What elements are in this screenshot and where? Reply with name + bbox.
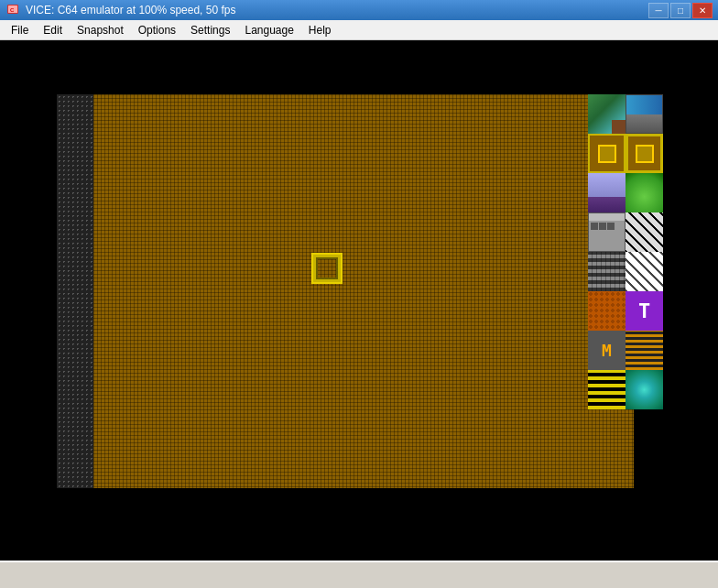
white-pattern-icon [626,212,663,252]
gray-block-icon [588,212,626,252]
menu-help[interactable]: Help [301,21,339,39]
icon-row-1 [588,94,663,134]
maximize-button[interactable]: □ [670,3,691,18]
svg-text:C: C [10,7,15,13]
app-icon: C [5,3,20,17]
yellow-stripe-icon [588,370,626,409]
title-text: VICE: C64 emulator at 100% speed, 50 fps [26,4,235,16]
purple-icon [588,173,626,212]
emulator-screen: T M [29,67,689,534]
pixel-grid [93,94,634,488]
m-icon: M [588,331,626,370]
terrain-icon-2 [626,94,663,134]
selected-icon-right [626,134,663,173]
orange-icon [588,291,626,331]
menu-options[interactable]: Options [131,21,183,39]
menu-bar: File Edit Snapshot Options Settings Lang… [0,20,718,40]
menu-language[interactable]: Language [237,21,300,39]
diagonal-icon [626,252,663,291]
menu-snapshot[interactable]: Snapshot [70,21,131,39]
menu-file[interactable]: File [4,21,36,39]
icon-row-6: T [588,291,663,331]
minimize-button[interactable]: ─ [648,3,669,18]
left-border [57,94,93,488]
close-button[interactable]: ✕ [692,3,713,18]
green-blob-icon [626,173,663,212]
game-canvas [93,94,634,488]
purple-t-icon: T [626,291,663,331]
icon-row-2 [588,134,663,173]
title-left: C VICE: C64 emulator at 100% speed, 50 f… [5,3,235,17]
selection-marker [313,255,341,282]
dark-stripe-icon [588,252,626,291]
icon-row-4 [588,212,663,252]
teal-icon [626,370,663,409]
icon-row-7: M [588,331,663,370]
terrain-icon-1 [588,94,626,134]
main-content: T M [0,40,718,561]
selected-icon-left [588,134,626,173]
right-panel: T M [588,94,663,409]
title-bar: C VICE: C64 emulator at 100% speed, 50 f… [0,0,718,20]
icon-row-8 [588,370,663,409]
icon-row-5 [588,252,663,291]
menu-settings[interactable]: Settings [183,21,237,39]
title-buttons: ─ □ ✕ [648,3,713,18]
icon-row-3 [588,173,663,212]
stripe-icon [626,331,663,370]
menu-edit[interactable]: Edit [36,21,70,39]
status-bar: Joystick: 8:12.0 [0,561,718,588]
